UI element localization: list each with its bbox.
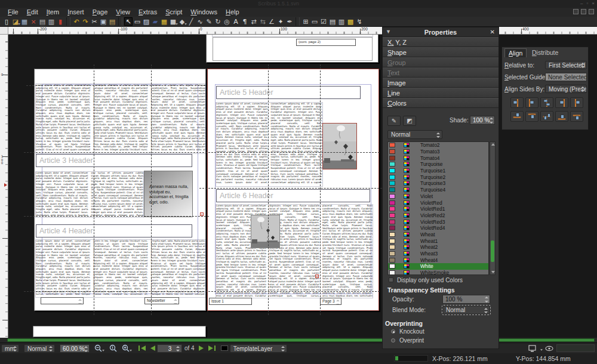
menu-windows[interactable]: Windows — [186, 8, 221, 17]
spinner-icon[interactable] — [84, 346, 88, 353]
story-frame[interactable]: Lorem ipsum dolor sit amet, consectetuer… — [36, 172, 143, 217]
kite-photo-frame[interactable] — [322, 123, 357, 169]
mdi-restore-button[interactable] — [581, 9, 586, 14]
horizontal-guide[interactable] — [24, 216, 209, 217]
color-item-violetred[interactable]: VioletRed — [388, 199, 488, 206]
edit-contents-icon[interactable]: A — [232, 17, 240, 26]
last-page-icon[interactable] — [208, 345, 216, 351]
color-item-wheat2[interactable]: Wheat2 — [388, 244, 488, 251]
color-item-violetred3[interactable]: VioletRed3 — [388, 218, 488, 225]
insert-line-icon[interactable]: ╱ — [187, 17, 195, 26]
vertical-guide[interactable] — [151, 64, 152, 315]
color-item-white[interactable]: White — [388, 263, 488, 270]
color-item-violetred2[interactable]: VioletRed2 — [388, 212, 488, 219]
story-frame[interactable]: Lorem ipsum dolor sit amet, consectetuer… — [36, 240, 205, 297]
color-item-wheat4[interactable]: Wheat4 — [388, 257, 488, 263]
align-center-vertical-axis-button[interactable] — [540, 97, 553, 108]
zoom-level-spinbox[interactable]: 60.00 % — [60, 344, 90, 353]
menu-file[interactable]: File — [4, 8, 23, 17]
article-6-header-frame[interactable]: Article 6 Header — [216, 189, 370, 202]
cut-icon[interactable]: ✂ — [90, 17, 99, 26]
article-5-header-frame[interactable]: Article 5 Header — [216, 86, 361, 99]
close-document-icon[interactable]: × — [29, 17, 38, 26]
scrollbar-thumb[interactable] — [491, 240, 494, 262]
color-scheme-field[interactable] — [556, 344, 595, 352]
close-icon[interactable]: ✕ — [490, 29, 495, 35]
align-center-horizontal-axis-button[interactable] — [540, 111, 553, 122]
align-bottom-out-button[interactable] — [570, 111, 583, 122]
color-item-violetred1[interactable]: VioletRed1 — [388, 206, 488, 212]
copy-item-properties-icon[interactable]: ✦ — [276, 17, 285, 26]
story-frame[interactable]: Lorem ipsum dolor sit amet, consectetuer… — [36, 84, 205, 153]
relative-to-combo[interactable]: First Selected — [545, 61, 587, 69]
menu-page[interactable]: Page — [88, 8, 112, 17]
color-item-tomato2[interactable]: Tomato2 — [388, 142, 488, 149]
section-image[interactable]: Image — [383, 78, 498, 88]
visual-appearance-eye-icon[interactable] — [545, 346, 553, 351]
article-4-header-frame[interactable]: Article 4 Header — [36, 224, 192, 237]
pdf-combo-box-icon[interactable]: ▤ — [328, 17, 337, 26]
edit-fill-color-button[interactable]: ◩ — [403, 116, 416, 126]
window-maximize-button[interactable]: ▫ — [586, 1, 588, 7]
pdf-list-box-icon[interactable]: ▥ — [337, 17, 346, 26]
previous-page-icon[interactable] — [149, 345, 156, 351]
insert-table-icon[interactable]: ▦ — [160, 17, 168, 26]
color-item-wheat1[interactable]: Wheat1 — [388, 237, 488, 244]
unlink-text-frames-icon[interactable]: ⇆ — [259, 17, 267, 26]
section-shape[interactable]: Shape — [383, 47, 498, 57]
spinner-icon[interactable] — [173, 298, 178, 304]
zoom-100-icon[interactable] — [109, 344, 117, 352]
story-editor-icon[interactable]: ¶ — [241, 17, 249, 26]
window-minimize-button[interactable]: – — [580, 1, 583, 7]
page-previous-fragment[interactable]: Lorem ipsum dolor sit amet, consectetuer… — [206, 35, 378, 63]
continuation-note[interactable]: (cont. page 2) — [296, 39, 356, 46]
tab-align[interactable]: Align — [504, 48, 527, 57]
menu-insert[interactable]: Insert — [63, 8, 88, 17]
pdf-text-field-icon[interactable]: ▭ — [310, 17, 319, 26]
color-item-tomato3[interactable]: Tomato3 — [388, 149, 488, 155]
selected-guide-field[interactable]: None Selected — [545, 73, 587, 81]
color-list[interactable]: Tomato2Tomato3Tomato4TurquoiseTurquoise1… — [387, 141, 489, 275]
insert-text-frame-icon[interactable]: ▭ — [133, 17, 141, 26]
article-3-header-frame[interactable]: Article 3 Header — [36, 154, 192, 167]
pdf-push-button-icon[interactable]: ⊞ — [301, 17, 310, 26]
preflight-verifier-icon[interactable]: ▥ — [47, 17, 56, 26]
align-left-button[interactable] — [525, 97, 538, 108]
vertical-guide[interactable] — [94, 64, 94, 315]
story-frame[interactable]: Lorem ipsum dolor sit amet, consectetuer… — [216, 205, 373, 298]
align-right-button[interactable] — [555, 97, 568, 108]
color-item-turquoise4[interactable]: Turquoise4 — [388, 187, 488, 193]
align-bottom-button[interactable] — [555, 111, 568, 122]
menu-edit[interactable]: Edit — [23, 8, 42, 17]
pdf-checkbox-icon[interactable]: ☑ — [319, 17, 328, 26]
layer-combo[interactable]: TemplateLayer — [230, 344, 287, 353]
menu-item[interactable]: Item — [42, 8, 63, 17]
preview-mode-icon[interactable] — [528, 345, 537, 352]
select-item-icon[interactable]: ↖ — [124, 17, 133, 26]
page-2[interactable]: Lorem ipsum dolor sit amet, consectetuer… — [34, 69, 206, 311]
blend-mode-combo[interactable]: Normal — [442, 306, 490, 314]
eye-dropper-icon[interactable]: ✒ — [285, 17, 294, 26]
pdf-text-annotation-icon[interactable]: ▩ — [346, 17, 355, 26]
section-xyz[interactable]: X, Y, Z — [383, 37, 498, 47]
zoom-in-caret-icon[interactable] — [130, 350, 132, 351]
pdf-link-annotation-icon[interactable]: ↯ — [355, 17, 364, 26]
footer-issue-field[interactable]: Issue 1 — [209, 298, 252, 305]
zoom-out-caret-icon[interactable] — [102, 350, 104, 351]
vertical-ruler[interactable]: 0100 — [0, 35, 8, 338]
insert-image-frame-icon[interactable]: ▨ — [142, 17, 150, 26]
zoom-in-icon[interactable] — [122, 344, 130, 352]
new-document-icon[interactable]: ▯ — [2, 17, 11, 26]
display-only-used-checkbox[interactable] — [389, 277, 393, 282]
color-list-scrollbar[interactable] — [490, 141, 496, 275]
horizontal-guide[interactable] — [24, 152, 380, 153]
menu-script[interactable]: Script — [161, 8, 186, 17]
zoom-out-icon[interactable] — [94, 344, 102, 352]
mdi-minimize-button[interactable] — [573, 9, 578, 14]
section-colors[interactable]: Colors — [383, 98, 498, 108]
color-item-tomato4[interactable]: Tomato4 — [388, 155, 488, 161]
measurements-icon[interactable]: ∠ — [267, 17, 276, 26]
properties-panel-header[interactable]: ▼ Properties ✕ — [383, 27, 498, 37]
fill-rule-combo[interactable]: Normal — [387, 130, 442, 139]
horizontal-scrollbar[interactable] — [0, 338, 597, 343]
